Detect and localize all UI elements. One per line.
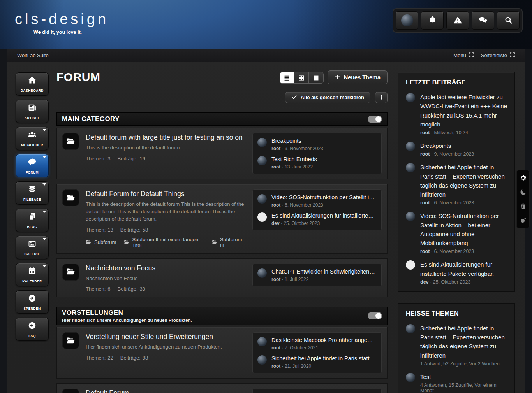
folder-open-icon[interactable] xyxy=(62,189,79,206)
category-collapse-toggle[interactable] xyxy=(368,116,382,123)
latest-posts-box: Breakpoints root · 9. November 2023 Test… xyxy=(252,133,382,174)
arrow-circle-right-icon xyxy=(27,321,37,332)
site-tagline: We did it, you love it. xyxy=(33,30,82,35)
category-title[interactable]: MAIN CATEGORY xyxy=(62,115,368,123)
post-title[interactable]: Breakpoints xyxy=(271,138,301,144)
trash-icon xyxy=(520,202,527,211)
category-collapse-toggle[interactable] xyxy=(368,312,382,319)
recent-post-title[interactable]: Es sind Aktualisierungen für installiert… xyxy=(420,261,494,277)
forum-title[interactable]: Default forum with large title just for … xyxy=(86,133,246,142)
avatar[interactable] xyxy=(406,212,415,221)
hot-topic-title[interactable]: Sicherheit bei Apple findet in Paris sta… xyxy=(420,325,505,359)
hot-topic-meta: 4 Antworten, 15 Zugriffe, Vor einem Mona… xyxy=(420,382,507,393)
forum-description: Nachrichten von Focus xyxy=(86,275,246,282)
forum-title[interactable]: Vorstellung neuer Stile und Erweiterunge… xyxy=(86,333,246,341)
sidebar-item-galerie[interactable]: GALERIE xyxy=(16,236,49,259)
avatar[interactable] xyxy=(257,337,267,346)
post-title[interactable]: Video: SOS-Notruffunktion per Satellit i… xyxy=(271,194,375,200)
hot-topic-item: Test 4 Antworten, 15 Zugriffe, Vor einem… xyxy=(406,372,507,393)
avatar[interactable] xyxy=(406,260,415,270)
sidebar-item-artikel[interactable]: ARTIKEL xyxy=(16,100,49,123)
sidebar-toggle[interactable]: Seitenleiste xyxy=(481,52,515,58)
sidebar-item-spenden[interactable]: SPENDEN xyxy=(16,290,49,314)
gear-icon xyxy=(520,174,527,183)
hot-topics-box: HEISSE THEMEN Sicherheit bei Apple finde… xyxy=(398,303,515,393)
avatar[interactable] xyxy=(406,324,415,333)
post-title[interactable]: Sicherheit bei Apple findet in Paris sta… xyxy=(271,355,375,361)
trash-button[interactable] xyxy=(519,202,527,210)
more-options-button[interactable] xyxy=(375,92,388,103)
category-main: MAIN CATEGORY Default forum with large t… xyxy=(56,112,388,297)
sidebar-item-kalender[interactable]: KALENDER xyxy=(16,263,49,286)
dark-mode-button[interactable] xyxy=(519,188,527,196)
chevron-down-icon xyxy=(42,211,46,213)
sidebar-item-filebase[interactable]: FILEBASE xyxy=(16,181,49,205)
avatar[interactable] xyxy=(406,142,415,151)
forum-row: Nachrichten von Focus Nachrichten von Fo… xyxy=(56,258,388,298)
notifications-button[interactable] xyxy=(421,11,444,30)
sidebar-item-faq[interactable]: FAQ xyxy=(16,318,49,341)
sidebar-item-forum[interactable]: FORUM xyxy=(16,154,49,177)
list-view-button[interactable] xyxy=(280,72,294,83)
menu-toggle-label: Menü xyxy=(453,53,466,58)
avatar[interactable] xyxy=(257,268,267,278)
post-title[interactable]: ChatGPT-Entwickler in Schwierigkeiten… xyxy=(271,268,375,275)
folder-open-icon[interactable] xyxy=(62,133,79,150)
subforum-link[interactable]: Subforum III xyxy=(212,237,246,248)
recent-post-item: Es sind Aktualisierungen für installiert… xyxy=(406,260,507,285)
forum-title[interactable]: Default Forum for Default Things xyxy=(86,190,246,198)
style-bomb-button[interactable] xyxy=(519,216,527,224)
category-title[interactable]: VORSTELLUNGEN xyxy=(62,309,368,317)
subforum-list: Subforum Subforum II mit einem langen Ti… xyxy=(86,237,246,248)
sidebar-item-blog[interactable]: BLOG xyxy=(16,209,49,232)
avatar[interactable] xyxy=(406,163,415,172)
conversations-button[interactable] xyxy=(472,11,494,30)
recent-post-title[interactable]: Sicherheit bei Apple findet in Paris sta… xyxy=(420,164,505,198)
latest-posts-box: ChatGPT-Entwickler in Schwierigkeiten… r… xyxy=(252,264,382,286)
forum-title[interactable]: Nachrichten von Focus xyxy=(86,264,246,272)
sidebar-item-dashboard[interactable]: DASHBOARD xyxy=(16,72,49,96)
latest-posts-box: Video: SOS-Notruffunktion per Satellit i… xyxy=(252,189,382,230)
subforum-link[interactable]: Subforum xyxy=(86,239,116,245)
avatar[interactable] xyxy=(257,156,267,165)
right-sidebar: LETZTE BEITRÄGE Apple lädt weitere Entwi… xyxy=(398,72,515,393)
folder-open-icon[interactable] xyxy=(62,389,79,393)
recent-post-title[interactable]: Breakpoints xyxy=(420,142,451,149)
sidebar-item-mitglieder[interactable]: MITGLIEDER xyxy=(16,127,49,150)
view-mode-group xyxy=(280,72,324,84)
settings-button[interactable] xyxy=(519,174,527,182)
grid-2-view-button[interactable] xyxy=(294,72,309,83)
subforum-link[interactable]: Subforum II mit einem langen Titel xyxy=(124,237,204,248)
profile-button[interactable] xyxy=(396,11,418,30)
search-button[interactable] xyxy=(497,11,520,30)
avatar[interactable] xyxy=(406,373,415,382)
mark-all-read-button[interactable]: Alle als gelesen markieren xyxy=(285,92,370,103)
avatar[interactable] xyxy=(257,212,267,222)
recent-post-title[interactable]: Video: SOS-Notruffunktion per Satellit i… xyxy=(420,212,499,246)
folder-open-icon[interactable] xyxy=(62,264,79,281)
avatar[interactable] xyxy=(257,138,267,147)
users-icon xyxy=(27,130,37,141)
folder-open-icon[interactable] xyxy=(62,332,79,349)
grid-3-view-button[interactable] xyxy=(309,72,323,83)
post-title[interactable]: Das kleinste Macbook Pro näher ange… xyxy=(271,337,373,343)
bell-icon xyxy=(428,15,437,26)
hot-topic-title[interactable]: Test xyxy=(420,374,431,380)
post-title[interactable]: Test Rich Embeds xyxy=(271,156,317,162)
post-title[interactable]: Es sind Aktualisierungen für installiert… xyxy=(271,212,374,219)
check-icon xyxy=(291,94,297,101)
main-navigation: DASHBOARD ARTIKEL MITGLIEDER FORUM FILEB… xyxy=(16,72,49,341)
avatar[interactable] xyxy=(257,355,267,365)
new-topic-button[interactable]: Neues Thema xyxy=(328,70,388,84)
avatar[interactable] xyxy=(257,194,267,204)
menu-toggle[interactable]: Menü xyxy=(453,52,474,58)
brand-label[interactable]: WoltLab Suite xyxy=(17,53,49,58)
moderation-button[interactable] xyxy=(446,11,469,30)
recent-post-title[interactable]: Apple lädt weitere Entwickler zu WWDC-Li… xyxy=(420,94,507,128)
site-logo[interactable]: cls-design xyxy=(15,11,109,28)
site-header: cls-design We did it, you love it. xyxy=(0,0,532,49)
forum-title[interactable]: Default Forum xyxy=(86,389,246,393)
avatar[interactable] xyxy=(406,93,415,102)
forum-row: Default Forum for Default Things This is… xyxy=(56,184,388,254)
latest-post: Video: SOS-Notruffunktion per Satellit i… xyxy=(257,194,377,208)
